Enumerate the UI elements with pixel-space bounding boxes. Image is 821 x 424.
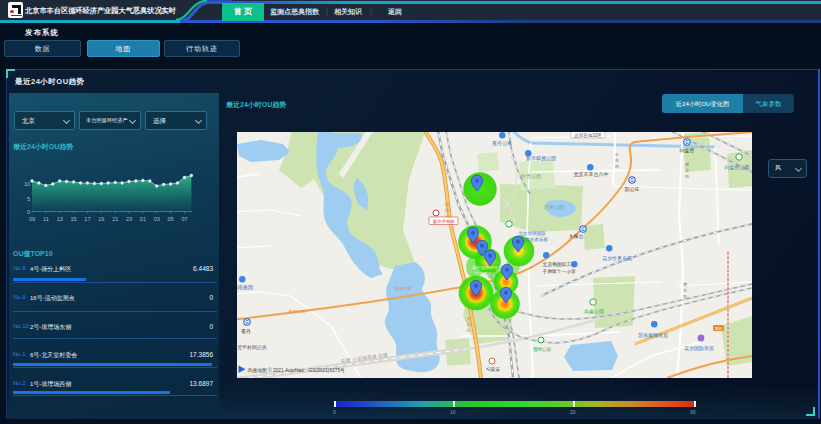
svg-text:05: 05 xyxy=(168,216,174,222)
svg-text:10: 10 xyxy=(24,181,30,187)
svg-text:花乡世界名苑: 花乡世界名苑 xyxy=(602,255,632,262)
svg-text:御景公园: 御景公园 xyxy=(521,173,541,180)
svg-text:17: 17 xyxy=(84,216,90,222)
svg-text:G: G xyxy=(685,140,689,145)
svg-text:09: 09 xyxy=(29,216,35,222)
svg-text:看丹公寓: 看丹公寓 xyxy=(492,140,512,146)
svg-text:纪家庙: 纪家庙 xyxy=(486,367,500,372)
svg-text:01: 01 xyxy=(140,216,146,222)
svg-text:路: 路 xyxy=(685,174,689,179)
svg-text:紫谷伊甸园: 紫谷伊甸园 xyxy=(433,219,455,224)
svg-text:路: 路 xyxy=(683,294,687,299)
svg-text:造甲村回迁房: 造甲村回迁房 xyxy=(238,344,267,351)
svg-text:03: 03 xyxy=(154,216,160,222)
svg-text:看丹: 看丹 xyxy=(241,328,251,334)
svg-text:总部基地10区: 总部基地10区 xyxy=(573,132,602,138)
svg-text:北京铁路职工: 北京铁路职工 xyxy=(543,261,572,268)
svg-text:13: 13 xyxy=(57,216,63,222)
svg-text:23: 23 xyxy=(126,216,132,222)
svg-text:苏保康网家居: 苏保康网家居 xyxy=(638,332,668,338)
svg-text:高德地图 © 2021 AutoNavi - GS(2021: 高德地图 © 2021 AutoNavi - GS(2021)6375号 xyxy=(248,367,346,374)
svg-text:白盆窑公园: 白盆窑公园 xyxy=(725,164,750,171)
svg-text:花乡国际家居: 花乡国际家居 xyxy=(684,345,714,352)
svg-text:G: G xyxy=(581,227,585,232)
svg-text:丰: 丰 xyxy=(614,152,619,157)
svg-text:四: 四 xyxy=(467,322,471,327)
svg-text:南: 南 xyxy=(467,316,472,321)
svg-text:G: G xyxy=(245,320,249,325)
svg-text:北京市丰台八中: 北京市丰台八中 xyxy=(574,171,609,178)
svg-text:0: 0 xyxy=(27,209,30,215)
svg-text:07: 07 xyxy=(181,216,187,222)
svg-text:白盆窑: 白盆窑 xyxy=(680,147,695,154)
svg-text:5: 5 xyxy=(27,196,30,202)
svg-text:预堤公园: 预堤公园 xyxy=(533,346,551,353)
svg-text:G: G xyxy=(630,178,634,183)
svg-text:世界公园: 世界公园 xyxy=(543,204,564,211)
svg-text:新华双拥公园: 新华双拥公园 xyxy=(526,155,556,162)
svg-text:15: 15 xyxy=(71,216,77,222)
svg-text:子弟第十一小学: 子弟第十一小学 xyxy=(542,268,576,275)
svg-text:城南嘉园: 城南嘉园 xyxy=(237,284,253,291)
svg-text:环: 环 xyxy=(466,328,472,333)
svg-text:产业园区: 产业园区 xyxy=(474,271,492,276)
svg-text:路: 路 xyxy=(615,164,619,169)
svg-text:21: 21 xyxy=(112,216,118,222)
svg-text:四: 四 xyxy=(445,208,449,213)
svg-text:大葆台: 大葆台 xyxy=(569,233,584,239)
svg-text:高鑫公园: 高鑫公园 xyxy=(584,308,604,315)
svg-text:西: 西 xyxy=(445,202,450,207)
svg-text:11: 11 xyxy=(43,216,49,222)
svg-text:丰台区循环经济: 丰台区循环经济 xyxy=(472,265,503,270)
svg-text:郭公庄: 郭公庄 xyxy=(625,186,640,193)
svg-text:S46: S46 xyxy=(715,326,723,331)
svg-text:19: 19 xyxy=(98,216,104,222)
